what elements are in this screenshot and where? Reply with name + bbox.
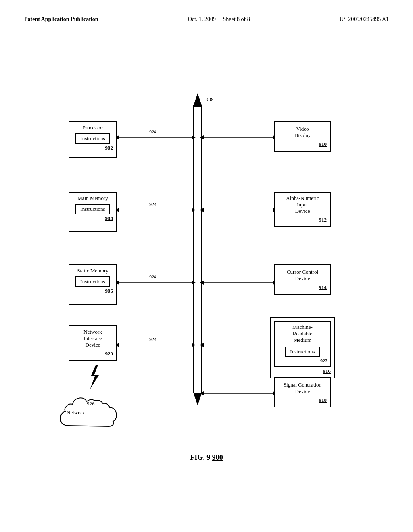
bus-body xyxy=(193,105,202,393)
mm-to-bus-arrow-right xyxy=(192,208,196,212)
ni-to-bus-arrow-right xyxy=(192,343,196,347)
machine-readable-inner-wrapper: Machine-ReadableMedium Instructions 922 xyxy=(274,321,331,367)
signal-generation-box: Signal GenerationDevice 918 xyxy=(274,377,331,407)
main-memory-label: Main Memory xyxy=(77,195,108,202)
label-924c: 924 xyxy=(149,274,156,280)
fig-number: 900 xyxy=(212,453,223,461)
machine-readable-instructions: Instructions xyxy=(285,347,319,357)
alpha-numeric-box: Alpha-NumericInputDevice 912 xyxy=(274,192,331,227)
signal-generation-label: Signal GenerationDevice xyxy=(284,382,321,395)
lightning-bolt xyxy=(90,365,99,389)
bus-to-sig-arrow-left xyxy=(200,391,204,395)
processor-instructions: Instructions xyxy=(75,133,110,144)
alpha-numeric-number: 912 xyxy=(319,217,327,223)
bus-to-mrm-arrow-left xyxy=(200,343,204,347)
main-memory-number: 904 xyxy=(105,215,113,222)
alpha-numeric-label: Alpha-NumericInputDevice xyxy=(286,195,319,214)
bus-arrow-up xyxy=(194,93,202,105)
static-memory-number: 906 xyxy=(105,288,113,294)
main-memory-instructions: Instructions xyxy=(75,204,110,214)
main-memory-box: Main Memory Instructions 904 xyxy=(69,192,117,232)
network-label: Network xyxy=(67,409,85,416)
fig-label: FIG. 9 xyxy=(190,453,212,461)
cloud-svg xyxy=(56,389,121,438)
cursor-control-label: Cursor ControlDevice xyxy=(287,269,318,282)
label-924b: 924 xyxy=(149,202,156,207)
bus-to-cursor-arrow-left xyxy=(200,281,204,285)
machine-readable-outer-box: Machine-ReadableMedium Instructions 922 … xyxy=(270,317,335,378)
page: Patent Application Publication Oct. 1, 2… xyxy=(0,0,413,532)
bus-interior xyxy=(194,107,201,393)
signal-generation-number: 918 xyxy=(319,397,327,403)
machine-readable-inner-number: 922 xyxy=(320,358,327,364)
label-924a: 924 xyxy=(149,129,156,135)
diagram-area: 908 924 924 xyxy=(24,31,389,474)
bus-to-video-arrow-left xyxy=(200,135,204,139)
processor-number: 902 xyxy=(105,145,113,151)
static-memory-box: Static Memory Instructions 906 xyxy=(69,264,117,305)
sheet-info: Sheet 8 of 8 xyxy=(223,16,250,22)
label-924d: 924 xyxy=(149,337,156,342)
figure-caption: FIG. 9 900 xyxy=(190,453,223,462)
header-left: Patent Application Publication xyxy=(24,16,98,23)
network-interface-label: NetworkInterfaceDevice xyxy=(83,329,102,348)
bus-to-alpha-arrow-left xyxy=(200,208,204,212)
video-display-number: 910 xyxy=(319,141,327,148)
bus-908-label: 908 xyxy=(206,96,214,102)
cursor-control-number: 914 xyxy=(319,284,327,291)
machine-readable-number: 916 xyxy=(323,368,331,374)
video-display-box: VideoDisplay 910 xyxy=(274,121,331,152)
network-926-label: 926 xyxy=(87,401,95,407)
machine-readable-label: Machine-ReadableMedium xyxy=(292,324,313,343)
static-memory-label: Static Memory xyxy=(77,268,108,274)
header-date: Oct. 1, 2009 Sheet 8 of 8 xyxy=(188,16,250,23)
video-display-label: VideoDisplay xyxy=(294,126,311,139)
processor-box: Processor Instructions 902 xyxy=(69,121,117,158)
header-right: US 2009/0245495 A1 xyxy=(340,16,389,23)
cursor-control-box: Cursor ControlDevice 914 xyxy=(274,264,331,295)
proc-to-bus-arrow-right xyxy=(192,135,196,139)
lightning-svg xyxy=(87,365,103,389)
sm-to-bus-arrow-right xyxy=(192,281,196,285)
processor-label: Processor xyxy=(83,125,103,131)
header: Patent Application Publication Oct. 1, 2… xyxy=(24,16,389,23)
bus-arrow-down xyxy=(194,393,202,405)
static-memory-instructions: Instructions xyxy=(75,276,110,287)
network-interface-number: 920 xyxy=(105,351,113,357)
network-interface-box: NetworkInterfaceDevice 920 xyxy=(69,325,117,361)
